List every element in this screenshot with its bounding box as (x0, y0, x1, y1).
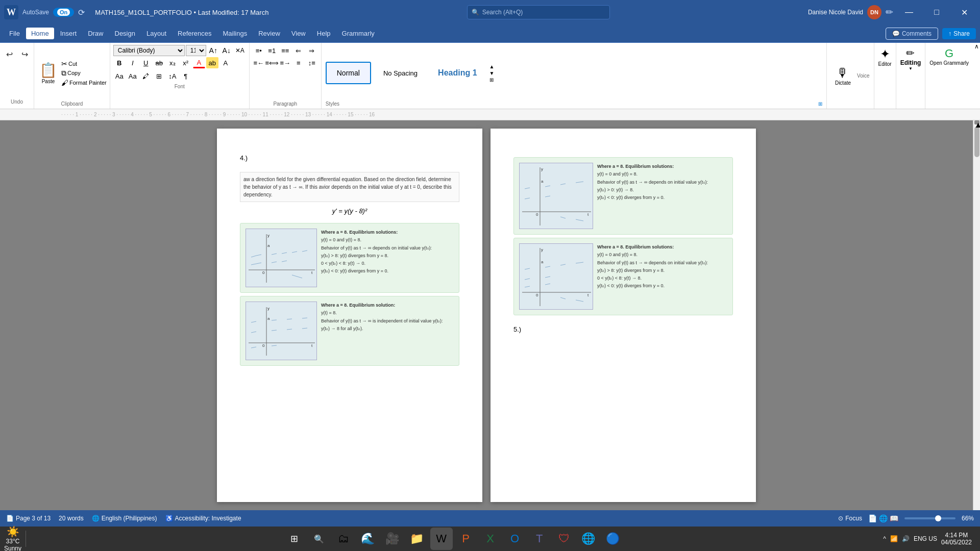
right-green-box-2: y t a 0 Where a = 8. Equilibrium solutio… (513, 238, 733, 315)
weather-desc: Sunny (4, 545, 21, 551)
menu-review[interactable]: Review (253, 28, 285, 39)
pages-container[interactable]: 4.) aw a direction field for the given d… (0, 120, 973, 510)
menu-references[interactable]: References (173, 28, 216, 39)
italic-button[interactable]: I (127, 57, 139, 68)
taskbar-powerpoint-button[interactable]: P (455, 528, 477, 550)
taskbar-chrome-button[interactable]: 🔵 (602, 528, 624, 550)
cut-button[interactable]: ✂ Cut (61, 60, 107, 68)
svg-line-59 (545, 277, 550, 278)
vertical-scrollbar[interactable]: ▲ (973, 120, 980, 510)
border-button[interactable]: ⊞ (153, 70, 165, 82)
menu-file[interactable]: File (4, 28, 25, 39)
superscript-button[interactable]: x² (180, 57, 192, 68)
decrease-font-button[interactable]: A↓ (220, 45, 233, 56)
redo-button[interactable]: ↪ (17, 47, 32, 61)
autosave-toggle[interactable]: On (53, 8, 74, 17)
align-left-button[interactable]: ≡← (253, 57, 265, 68)
font-name-select[interactable]: Calibri (Body) (113, 45, 185, 56)
menu-design[interactable]: Design (110, 28, 140, 39)
menu-layout[interactable]: Layout (141, 28, 172, 39)
zoom-slider[interactable] (904, 517, 955, 519)
focus-button[interactable]: ⊙ Focus (838, 515, 862, 522)
editor-button[interactable]: ✦ Editor (874, 43, 896, 109)
taskbar-excel-button[interactable]: X (479, 528, 502, 550)
styles-scroll-down[interactable]: ▼ (489, 70, 495, 76)
read-view-button[interactable]: 📖 (890, 514, 898, 522)
increase-indent-button[interactable]: ⇒ (306, 45, 318, 56)
taskbar-zoom-button[interactable]: 🎥 (381, 528, 404, 550)
taskbar-browser-button[interactable]: 🌐 (577, 528, 600, 550)
maximize-button[interactable]: □ (925, 4, 948, 20)
svg-line-58 (525, 279, 530, 280)
close-button[interactable]: ✕ (952, 4, 976, 20)
volume-icon[interactable]: 🔊 (902, 535, 910, 542)
clear-format-button[interactable]: ✕A (234, 45, 246, 56)
menu-help[interactable]: Help (312, 28, 336, 39)
text-color-button[interactable]: A (219, 57, 232, 68)
multilevel-list-button[interactable]: ≡≡ (279, 45, 291, 56)
pen-icon[interactable]: ✏ (886, 7, 893, 18)
zoom-thumb[interactable] (935, 515, 941, 521)
taskbar-word-button[interactable]: W (430, 528, 453, 550)
number-list-button[interactable]: ≡1 (266, 45, 278, 56)
subscript-button[interactable]: x₂ (166, 57, 179, 68)
align-center-button[interactable]: ≡⟺ (266, 57, 278, 68)
start-button[interactable]: ⊞ (283, 528, 306, 550)
decrease-indent-button[interactable]: ⇐ (292, 45, 305, 56)
font-size-select[interactable]: 11 (186, 45, 206, 56)
pilcrow-button[interactable]: ¶ (180, 70, 192, 82)
format-painter-button[interactable]: 🖌 Format Painter (61, 79, 107, 87)
increase-font-button[interactable]: A↑ (207, 45, 219, 56)
style-heading1[interactable]: Heading 1 (430, 63, 485, 83)
shading-button[interactable]: 🖍 (140, 70, 152, 82)
scroll-thumb[interactable] (974, 127, 979, 157)
open-grammarly-button[interactable]: G Open Grammarly (925, 43, 973, 109)
strikethrough-button[interactable]: ab (153, 57, 165, 68)
taskbar-explorer-button[interactable]: 📁 (406, 528, 428, 550)
styles-more[interactable]: ⊞ (489, 77, 495, 83)
menu-draw[interactable]: Draw (83, 28, 108, 39)
taskbar-search-button[interactable]: 🔍 (308, 528, 330, 550)
taskbar-outlook-button[interactable]: O (504, 528, 526, 550)
copy-button[interactable]: ⧉ Copy (61, 69, 107, 78)
styles-dialog[interactable]: ⊞ (818, 101, 822, 107)
share-button[interactable]: ↑ Share (942, 28, 976, 39)
menu-grammarly[interactable]: Grammarly (337, 28, 380, 39)
line-spacing-button[interactable]: ↕≡ (306, 57, 318, 68)
ribbon-collapse[interactable]: ∧ (973, 43, 980, 109)
minimize-button[interactable]: — (897, 4, 921, 20)
change-case-button[interactable]: Aa (127, 70, 139, 82)
justify-button[interactable]: ≡ (292, 57, 305, 68)
taskbar-antivirus-button[interactable]: 🛡 (553, 528, 575, 550)
editing-dropdown[interactable]: ✏ Editing ▼ (896, 43, 926, 109)
bold-button[interactable]: B (113, 57, 126, 68)
underline-button[interactable]: U (140, 57, 152, 68)
align-right-button[interactable]: ≡→ (279, 57, 291, 68)
style-normal[interactable]: Normal (326, 62, 371, 84)
menu-home[interactable]: Home (26, 28, 54, 39)
print-view-button[interactable]: 📄 (868, 514, 877, 522)
search-box[interactable]: 🔍 Search (Alt+Q) (467, 5, 610, 19)
menu-view[interactable]: View (286, 28, 311, 39)
font-color-button[interactable]: A (193, 57, 205, 68)
bullet-list-button[interactable]: ≡• (253, 45, 265, 56)
sort-button[interactable]: ↕A (166, 70, 179, 82)
language-status[interactable]: 🌐 English (Philippines) (92, 515, 157, 522)
styles-scroll-up[interactable]: ▲ (489, 64, 495, 69)
menu-mailings[interactable]: Mailings (218, 28, 253, 39)
arrow-icon[interactable]: ^ (883, 535, 886, 542)
undo-button[interactable]: ↩ (2, 47, 16, 61)
menu-insert[interactable]: Insert (55, 28, 82, 39)
highlight-button[interactable]: ab (206, 57, 218, 68)
dictate-button[interactable]: 🎙 Dictate (831, 64, 855, 88)
font-size-large[interactable]: Aa (113, 70, 126, 82)
style-no-spacing[interactable]: No Spacing (375, 63, 426, 83)
taskbar-edge-button[interactable]: 🌊 (357, 528, 379, 550)
scroll-up-arrow[interactable]: ▲ (974, 120, 979, 124)
taskbar-files-button[interactable]: 🗂 (332, 528, 355, 550)
web-view-button[interactable]: 🌐 (879, 514, 888, 522)
accessibility-status[interactable]: ♿ Accessibility: Investigate (165, 515, 241, 522)
comments-button[interactable]: 💬 Comments (886, 28, 938, 40)
taskbar-teams-button[interactable]: T (528, 528, 551, 550)
paste-button[interactable]: 📋 Paste (37, 60, 59, 86)
